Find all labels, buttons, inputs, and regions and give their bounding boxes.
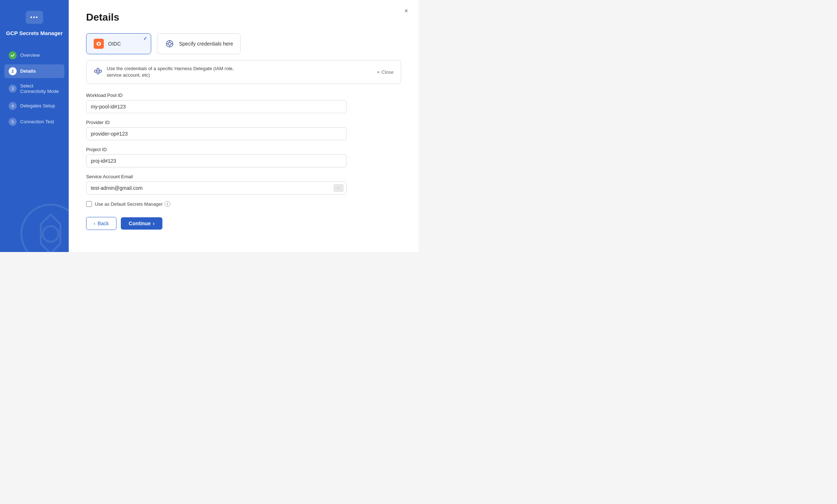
email-options-button[interactable]: ⋯ <box>333 184 344 192</box>
logo-icon: ••• <box>30 14 39 21</box>
svg-line-15 <box>97 72 98 72</box>
sidebar-item-delegates[interactable]: 4 Delegates Setup <box>4 99 64 113</box>
sidebar-item-overview[interactable]: Overview <box>4 48 64 62</box>
project-id-input[interactable] <box>86 154 347 167</box>
nav-badge-overview <box>9 51 17 59</box>
service-account-email-wrapper: ⋯ <box>86 181 347 195</box>
auth-card-oidc-label: OIDC <box>108 41 121 47</box>
sidebar: ••• GCP Secrets Manager Overview 2 Detai… <box>0 0 69 252</box>
nav-badge-delegates: 4 <box>9 102 17 110</box>
svg-line-14 <box>99 70 100 71</box>
service-account-email-label: Service Account Email <box>86 174 401 179</box>
nav-label-overview: Overview <box>20 52 40 58</box>
nav-badge-connectivity: 3 <box>9 85 17 93</box>
provider-id-group: Provider ID <box>86 120 401 140</box>
service-account-email-group: Service Account Email ⋯ <box>86 174 401 195</box>
sidebar-item-details[interactable]: 2 Details <box>4 64 64 78</box>
nav-badge-connection: 5 <box>9 118 17 126</box>
workload-pool-id-label: Workload Pool ID <box>86 93 401 98</box>
svg-point-4 <box>168 42 171 45</box>
page-title: Details <box>86 12 401 23</box>
continue-button[interactable]: Continue › <box>121 217 162 230</box>
sidebar-watermark <box>18 201 69 252</box>
provider-id-label: Provider ID <box>86 120 401 125</box>
close-x-icon: × <box>377 69 380 75</box>
auth-card-oidc[interactable]: OIDC <box>86 33 151 54</box>
svg-line-13 <box>97 70 98 71</box>
sidebar-item-connectivity[interactable]: 3 Select Connectivity Mode <box>4 80 64 97</box>
default-secrets-label: Use as Default Secrets Manager i <box>95 201 170 207</box>
svg-point-2 <box>98 43 100 45</box>
project-id-group: Project ID <box>86 147 401 167</box>
provider-id-input[interactable] <box>86 127 347 140</box>
project-id-label: Project ID <box>86 147 401 152</box>
back-arrow-icon: ‹ <box>94 221 95 226</box>
oidc-icon <box>94 39 104 49</box>
close-info-link[interactable]: × Close <box>377 69 394 75</box>
sidebar-nav: Overview 2 Details 3 Select Connectivity… <box>0 48 69 129</box>
delegate-info-text: Use the credentials of a specific Harnes… <box>107 65 237 78</box>
workload-pool-id-group: Workload Pool ID <box>86 93 401 113</box>
default-secrets-checkbox-row: Use as Default Secrets Manager i <box>86 201 401 207</box>
action-buttons: ‹ Back Continue › <box>86 217 401 230</box>
delegate-icon <box>94 68 102 77</box>
delegate-info-left: Use the credentials of a specific Harnes… <box>94 65 237 78</box>
nav-label-connection: Connection Test <box>20 119 54 124</box>
main-content: × Details OIDC <box>69 0 418 252</box>
close-button[interactable]: × <box>401 6 411 16</box>
auth-options: OIDC Specify credentials here <box>86 33 401 54</box>
nav-label-delegates: Delegates Setup <box>20 103 55 108</box>
auth-card-credentials[interactable]: Specify credentials here <box>157 33 241 54</box>
default-secrets-checkbox[interactable] <box>86 201 92 207</box>
back-button[interactable]: ‹ Back <box>86 217 116 230</box>
sidebar-item-connection[interactable]: 5 Connection Test <box>4 115 64 129</box>
nav-badge-details: 2 <box>9 67 17 75</box>
sidebar-title: GCP Secrets Manager <box>0 30 68 37</box>
workload-pool-id-input[interactable] <box>86 100 347 113</box>
info-tooltip-icon[interactable]: i <box>165 201 170 207</box>
sidebar-logo: ••• <box>26 11 43 24</box>
nav-label-details: Details <box>20 68 36 74</box>
auth-card-credentials-label: Specify credentials here <box>179 41 233 47</box>
service-account-email-input[interactable] <box>86 181 347 195</box>
nav-label-connectivity: Select Connectivity Mode <box>20 83 60 94</box>
options-dots-icon: ⋯ <box>337 186 341 191</box>
svg-point-1 <box>43 226 58 242</box>
delegate-info-box: Use the credentials of a specific Harnes… <box>86 60 401 84</box>
forward-arrow-icon: › <box>153 221 154 226</box>
credentials-icon <box>165 39 175 49</box>
svg-line-16 <box>99 72 100 72</box>
